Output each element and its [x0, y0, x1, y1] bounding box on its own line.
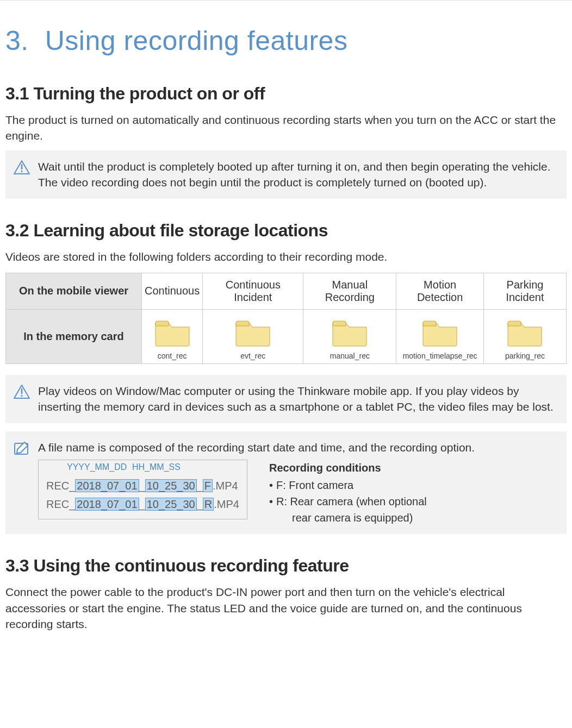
viewer-col-1: Continuous Incident [203, 273, 303, 309]
viewer-col-4: Parking Incident [483, 273, 566, 309]
folder-cell-4: parking_rec [483, 309, 566, 363]
chapter-title-text: Using recording features [45, 26, 348, 56]
section-3-2-para: Videos are stored in the following folde… [5, 249, 567, 265]
storage-locations-table: On the mobile viewer Continuous Continuo… [5, 273, 567, 364]
recording-conditions: Recording conditions F: Front camera R: … [269, 460, 427, 526]
warning-note-text: Wait until the product is completely boo… [38, 159, 558, 191]
svg-point-2 [21, 171, 22, 172]
warning-note-text: Play videos on Window/Mac computer or us… [38, 383, 558, 415]
section-3-1-heading: 3.1 Turning the product on or off [5, 84, 567, 104]
viewer-col-3: Motion Detection [396, 273, 484, 309]
folder-label-4: parking_rec [487, 352, 563, 360]
filename-intro: A file name is composed of the recording… [38, 440, 558, 455]
conditions-title: Recording conditions [269, 460, 427, 476]
section-3-1-para: The product is turned on automatically a… [5, 112, 567, 144]
condition-r-sub: rear camera is equipped) [269, 510, 427, 526]
warning-triangle-icon [14, 385, 30, 399]
folder-icon [153, 316, 191, 347]
chapter-title: 3.Using recording features [5, 25, 567, 57]
warning-note-3-1: Wait until the product is completely boo… [5, 150, 567, 199]
condition-r: R: Rear camera (when optional [276, 493, 427, 510]
time-format-label: HH_MM_SS [132, 460, 181, 474]
folder-icon [506, 316, 544, 347]
folder-icon [331, 316, 369, 347]
folder-label-3: motion_timelapse_rec [399, 352, 481, 360]
folder-label-1: evt_rec [206, 352, 300, 360]
folder-cell-0: cont_rec [142, 309, 203, 363]
folder-cell-2: manual_rec [303, 309, 396, 363]
folder-label-2: manual_rec [306, 352, 393, 360]
viewer-col-0: Continuous [142, 273, 203, 309]
folder-cell-1: evt_rec [203, 309, 303, 363]
condition-f: F: Front camera [276, 477, 353, 493]
pencil-note-icon [14, 441, 30, 456]
warning-triangle-icon [14, 160, 30, 174]
section-3-3-para: Connect the power cable to the product's… [5, 584, 567, 632]
folder-icon [421, 316, 459, 347]
viewer-col-2: Manual Recording [303, 273, 396, 309]
filename-line-2: REC_2018_07_01_10_25_30_R.MP4 [46, 495, 239, 513]
filename-line-1: REC_2018_07_01_10_25_30_F.MP4 [46, 476, 239, 495]
info-note-filename: A file name is composed of the recording… [5, 431, 567, 534]
section-3-3-heading: 3.3 Using the continuous recording featu… [5, 556, 567, 576]
filename-example-box: YYYY_MM_DD HH_MM_SS REC_2018_07_01_10_25… [38, 460, 247, 519]
folder-label-0: cont_rec [145, 352, 200, 360]
date-format-label: YYYY_MM_DD [67, 460, 127, 474]
folder-cell-3: motion_timelapse_rec [396, 309, 484, 363]
warning-note-3-2: Play videos on Window/Mac computer or us… [5, 375, 567, 423]
table-row2-header: In the memory card [6, 309, 142, 363]
table-row1-header: On the mobile viewer [6, 273, 142, 309]
folder-icon [234, 316, 272, 347]
svg-point-5 [21, 395, 22, 397]
section-3-2-heading: 3.2 Learning about file storage location… [5, 221, 567, 241]
chapter-number: 3. [5, 26, 29, 56]
